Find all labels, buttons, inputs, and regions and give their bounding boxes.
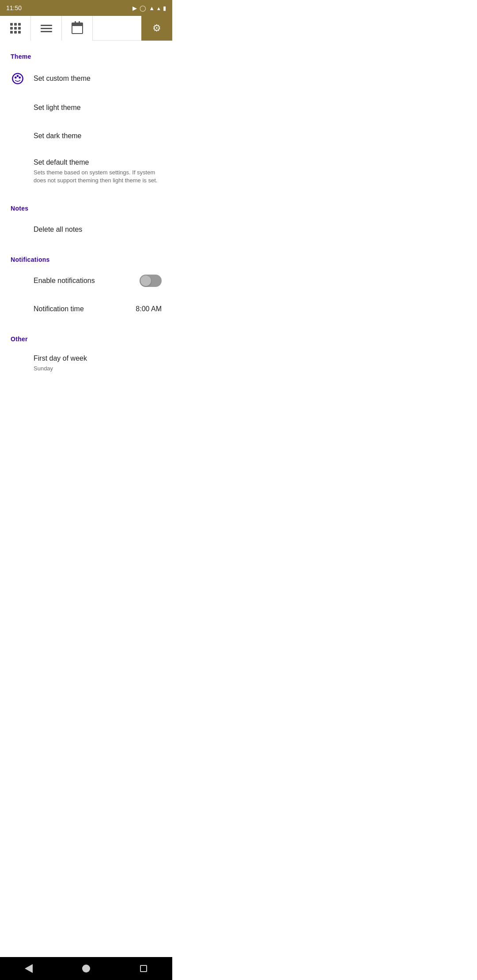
notification-time-text: Notification time — [11, 305, 131, 314]
set-custom-theme-title: Set custom theme — [34, 74, 162, 83]
set-default-theme-subtitle: Sets theme based on system settings. If … — [34, 169, 162, 185]
set-default-theme-item[interactable]: Set default theme Sets theme based on sy… — [0, 150, 172, 192]
calendar-icon — [72, 23, 83, 34]
enable-notifications-item[interactable]: Enable notifications — [0, 267, 172, 295]
set-light-theme-title: Set light theme — [34, 103, 162, 113]
set-custom-theme-item[interactable]: Set custom theme — [0, 64, 172, 94]
wifi-icon: ▲ — [149, 5, 155, 11]
set-custom-theme-text: Set custom theme — [34, 74, 162, 83]
signal-icon: ▴ — [157, 5, 160, 11]
set-default-theme-title: Set default theme — [34, 158, 162, 167]
enable-notifications-text: Enable notifications — [11, 276, 140, 286]
settings-button[interactable]: ⚙ — [141, 16, 172, 41]
toggle-knob — [140, 275, 151, 286]
gear-icon: ⚙ — [152, 23, 161, 34]
status-bar: 11:50 ▶ ◯ ▲ ▴ ▮ — [0, 0, 172, 16]
toolbar-spacer — [93, 16, 141, 40]
set-light-theme-item[interactable]: Set light theme — [0, 94, 172, 122]
battery-icon: ▮ — [163, 5, 166, 11]
first-day-of-week-title: First day of week — [34, 354, 162, 363]
grid-view-button[interactable] — [0, 16, 31, 41]
notification-icon: ◯ — [140, 5, 146, 11]
set-default-theme-text: Set default theme Sets theme based on sy… — [11, 158, 162, 185]
notification-time-value: 8:00 AM — [136, 305, 162, 313]
status-icons: ▶ ◯ ▲ ▴ ▮ — [132, 5, 166, 11]
svg-point-2 — [17, 75, 19, 77]
set-light-theme-text: Set light theme — [11, 103, 162, 113]
first-day-of-week-value: Sunday — [34, 365, 162, 373]
list-icon — [41, 25, 52, 32]
set-dark-theme-item[interactable]: Set dark theme — [0, 122, 172, 150]
toolbar: ⚙ — [0, 16, 172, 41]
theme-section-header: Theme — [0, 45, 172, 64]
svg-point-1 — [15, 76, 17, 79]
notification-time-item[interactable]: Notification time 8:00 AM — [0, 295, 172, 323]
other-section-header: Other — [0, 328, 172, 346]
svg-point-0 — [12, 73, 23, 83]
notification-time-title: Notification time — [34, 305, 131, 314]
first-day-of-week-item[interactable]: First day of week Sunday — [0, 346, 172, 381]
enable-notifications-toggle[interactable] — [140, 275, 162, 287]
delete-all-notes-title: Delete all notes — [34, 225, 162, 234]
svg-point-3 — [19, 76, 21, 79]
delete-all-notes-item[interactable]: Delete all notes — [0, 215, 172, 244]
grid-icon — [10, 23, 21, 34]
settings-content: Theme Set custom theme Set light theme S… — [0, 41, 172, 407]
delete-all-notes-text: Delete all notes — [11, 225, 162, 234]
notes-section-header: Notes — [0, 197, 172, 215]
enable-notifications-title: Enable notifications — [34, 276, 140, 286]
media-icon: ▶ — [132, 5, 137, 11]
calendar-view-button[interactable] — [62, 16, 93, 41]
palette-icon — [11, 72, 25, 86]
set-dark-theme-title: Set dark theme — [34, 132, 162, 141]
status-time: 11:50 — [6, 4, 22, 11]
set-dark-theme-text: Set dark theme — [11, 132, 162, 141]
first-day-of-week-text: First day of week Sunday — [11, 354, 162, 373]
list-view-button[interactable] — [31, 16, 62, 41]
notifications-section-header: Notifications — [0, 248, 172, 267]
